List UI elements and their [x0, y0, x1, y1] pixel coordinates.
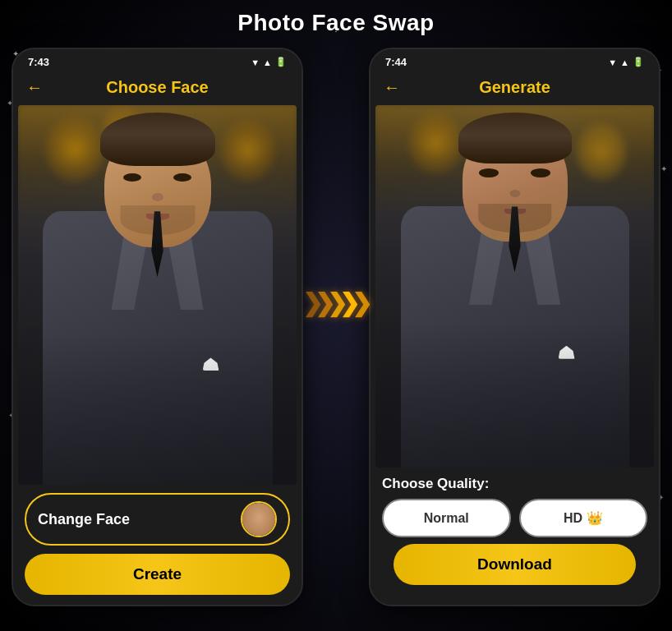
bottom-fade-1 — [18, 333, 297, 485]
star-4: ✦ — [660, 164, 667, 173]
person-hair — [100, 113, 215, 166]
chevron-3: ❯ — [327, 288, 343, 317]
page-title: Photo Face Swap — [237, 10, 434, 36]
right-header-title: Generate — [479, 78, 550, 97]
left-status-bar: 7:43 ▼ ▲ 🔋 — [13, 49, 301, 71]
r-signal-icon: ▼ — [608, 58, 617, 67]
right-status-time: 7:44 — [385, 56, 407, 68]
r-bottom-fade — [375, 323, 654, 467]
quality-label: Choose Quality: — [382, 476, 647, 492]
right-status-icons: ▼ ▲ 🔋 — [608, 57, 644, 67]
left-eye — [123, 173, 141, 182]
battery-icon: 🔋 — [275, 57, 287, 67]
r-bokeh-left — [409, 113, 463, 174]
r-left-eye — [479, 168, 499, 177]
forward-arrows: ❯ ❯ ❯ ❯ ❯ — [306, 288, 367, 317]
right-phone-header: ← Generate — [371, 71, 659, 105]
r-wifi-icon: ▲ — [620, 58, 629, 67]
left-status-icons: ▼ ▲ 🔋 — [251, 57, 287, 67]
quality-normal-button[interactable]: Normal — [382, 499, 511, 537]
left-status-time: 7:43 — [28, 56, 49, 68]
face-thumbnail — [241, 501, 277, 537]
left-bg-photo — [18, 105, 297, 485]
left-photo-area — [18, 105, 297, 485]
r-bokeh-right — [577, 123, 626, 181]
left-phone: 7:43 ▼ ▲ 🔋 ← Choose Face — [12, 48, 303, 606]
r-right-eye — [531, 168, 550, 177]
right-eye — [173, 173, 191, 182]
face-thumb-image — [242, 503, 275, 536]
r-nose — [509, 190, 520, 197]
right-phone-bottom: Download — [371, 544, 659, 605]
quality-section: Choose Quality: Normal HD 👑 — [371, 467, 659, 544]
r-person-hair — [458, 113, 572, 164]
bokeh-right-1 — [221, 120, 274, 182]
download-button[interactable]: Download — [394, 544, 636, 585]
nose — [152, 193, 163, 201]
signal-icon: ▼ — [251, 58, 260, 67]
create-button[interactable]: Create — [25, 554, 290, 595]
wifi-icon: ▲ — [263, 58, 272, 67]
r-battery-icon: 🔋 — [633, 57, 644, 67]
change-face-label: Change Face — [38, 511, 130, 528]
right-back-button[interactable]: ← — [384, 78, 400, 97]
right-bg-photo — [375, 105, 654, 467]
change-face-button[interactable]: Change Face — [25, 493, 290, 546]
left-phone-bottom: Change Face Create — [13, 485, 301, 605]
quality-options: Normal HD 👑 — [382, 499, 647, 537]
left-phone-header: ← Choose Face — [13, 71, 301, 105]
arrow-container: ❯ ❯ ❯ ❯ ❯ — [303, 288, 369, 317]
bokeh-left-1 — [46, 117, 104, 182]
left-header-title: Choose Face — [106, 78, 208, 97]
right-phone: 7:44 ▼ ▲ 🔋 ← Generate — [369, 48, 660, 606]
left-back-button[interactable]: ← — [26, 78, 43, 97]
phones-container: 7:43 ▼ ▲ 🔋 ← Choose Face — [12, 48, 660, 606]
right-status-bar: 7:44 ▼ ▲ 🔋 — [371, 49, 659, 71]
quality-hd-button[interactable]: HD 👑 — [519, 499, 648, 537]
right-photo-area — [375, 105, 654, 467]
chevron-5: ❯ — [352, 288, 367, 317]
